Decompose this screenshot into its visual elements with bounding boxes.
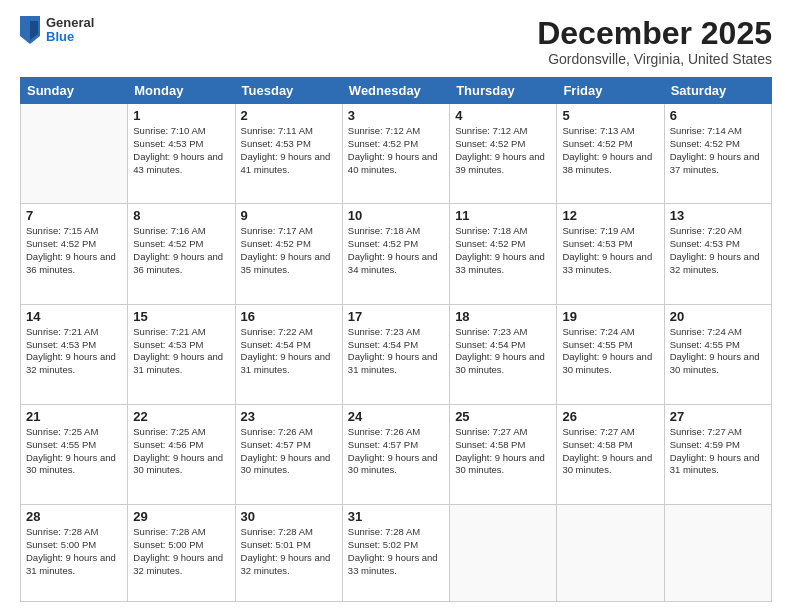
calendar-cell [450, 505, 557, 602]
day-number: 14 [26, 309, 122, 324]
calendar-week-row: 1Sunrise: 7:10 AMSunset: 4:53 PMDaylight… [21, 104, 772, 204]
calendar-cell: 9Sunrise: 7:17 AMSunset: 4:52 PMDaylight… [235, 204, 342, 304]
cell-info: Sunrise: 7:21 AMSunset: 4:53 PMDaylight:… [26, 326, 122, 377]
day-number: 9 [241, 208, 337, 223]
day-number: 26 [562, 409, 658, 424]
calendar-cell: 14Sunrise: 7:21 AMSunset: 4:53 PMDayligh… [21, 304, 128, 404]
cell-info: Sunrise: 7:17 AMSunset: 4:52 PMDaylight:… [241, 225, 337, 276]
calendar-cell: 18Sunrise: 7:23 AMSunset: 4:54 PMDayligh… [450, 304, 557, 404]
cell-info: Sunrise: 7:11 AMSunset: 4:53 PMDaylight:… [241, 125, 337, 176]
calendar-cell: 13Sunrise: 7:20 AMSunset: 4:53 PMDayligh… [664, 204, 771, 304]
calendar-cell: 5Sunrise: 7:13 AMSunset: 4:52 PMDaylight… [557, 104, 664, 204]
header-wednesday: Wednesday [342, 78, 449, 104]
cell-info: Sunrise: 7:24 AMSunset: 4:55 PMDaylight:… [562, 326, 658, 377]
day-number: 13 [670, 208, 766, 223]
day-number: 20 [670, 309, 766, 324]
day-number: 30 [241, 509, 337, 524]
calendar-week-row: 7Sunrise: 7:15 AMSunset: 4:52 PMDaylight… [21, 204, 772, 304]
day-number: 8 [133, 208, 229, 223]
header-monday: Monday [128, 78, 235, 104]
day-number: 10 [348, 208, 444, 223]
cell-info: Sunrise: 7:27 AMSunset: 4:59 PMDaylight:… [670, 426, 766, 477]
calendar-cell: 11Sunrise: 7:18 AMSunset: 4:52 PMDayligh… [450, 204, 557, 304]
day-number: 2 [241, 108, 337, 123]
calendar-cell: 31Sunrise: 7:28 AMSunset: 5:02 PMDayligh… [342, 505, 449, 602]
cell-info: Sunrise: 7:27 AMSunset: 4:58 PMDaylight:… [562, 426, 658, 477]
cell-info: Sunrise: 7:26 AMSunset: 4:57 PMDaylight:… [241, 426, 337, 477]
cell-info: Sunrise: 7:27 AMSunset: 4:58 PMDaylight:… [455, 426, 551, 477]
calendar-cell: 28Sunrise: 7:28 AMSunset: 5:00 PMDayligh… [21, 505, 128, 602]
day-number: 19 [562, 309, 658, 324]
calendar-cell: 8Sunrise: 7:16 AMSunset: 4:52 PMDaylight… [128, 204, 235, 304]
month-title: December 2025 [537, 16, 772, 51]
calendar-cell: 29Sunrise: 7:28 AMSunset: 5:00 PMDayligh… [128, 505, 235, 602]
header-friday: Friday [557, 78, 664, 104]
calendar-cell: 15Sunrise: 7:21 AMSunset: 4:53 PMDayligh… [128, 304, 235, 404]
cell-info: Sunrise: 7:14 AMSunset: 4:52 PMDaylight:… [670, 125, 766, 176]
cell-info: Sunrise: 7:28 AMSunset: 5:00 PMDaylight:… [133, 526, 229, 577]
calendar-cell [21, 104, 128, 204]
cell-info: Sunrise: 7:26 AMSunset: 4:57 PMDaylight:… [348, 426, 444, 477]
cell-info: Sunrise: 7:18 AMSunset: 4:52 PMDaylight:… [348, 225, 444, 276]
calendar-cell: 12Sunrise: 7:19 AMSunset: 4:53 PMDayligh… [557, 204, 664, 304]
day-number: 24 [348, 409, 444, 424]
cell-info: Sunrise: 7:25 AMSunset: 4:55 PMDaylight:… [26, 426, 122, 477]
logo: General Blue [20, 16, 94, 45]
day-number: 29 [133, 509, 229, 524]
day-number: 27 [670, 409, 766, 424]
calendar-cell: 21Sunrise: 7:25 AMSunset: 4:55 PMDayligh… [21, 404, 128, 504]
cell-info: Sunrise: 7:10 AMSunset: 4:53 PMDaylight:… [133, 125, 229, 176]
calendar-cell: 1Sunrise: 7:10 AMSunset: 4:53 PMDaylight… [128, 104, 235, 204]
cell-info: Sunrise: 7:16 AMSunset: 4:52 PMDaylight:… [133, 225, 229, 276]
calendar-cell: 6Sunrise: 7:14 AMSunset: 4:52 PMDaylight… [664, 104, 771, 204]
calendar-cell: 2Sunrise: 7:11 AMSunset: 4:53 PMDaylight… [235, 104, 342, 204]
day-number: 15 [133, 309, 229, 324]
day-number: 12 [562, 208, 658, 223]
calendar-cell [664, 505, 771, 602]
cell-info: Sunrise: 7:23 AMSunset: 4:54 PMDaylight:… [455, 326, 551, 377]
cell-info: Sunrise: 7:28 AMSunset: 5:00 PMDaylight:… [26, 526, 122, 577]
logo-icon [20, 16, 40, 44]
cell-info: Sunrise: 7:22 AMSunset: 4:54 PMDaylight:… [241, 326, 337, 377]
day-number: 22 [133, 409, 229, 424]
day-number: 6 [670, 108, 766, 123]
header-saturday: Saturday [664, 78, 771, 104]
cell-info: Sunrise: 7:13 AMSunset: 4:52 PMDaylight:… [562, 125, 658, 176]
cell-info: Sunrise: 7:24 AMSunset: 4:55 PMDaylight:… [670, 326, 766, 377]
header-thursday: Thursday [450, 78, 557, 104]
calendar-table: Sunday Monday Tuesday Wednesday Thursday… [20, 77, 772, 602]
calendar-cell [557, 505, 664, 602]
cell-info: Sunrise: 7:21 AMSunset: 4:53 PMDaylight:… [133, 326, 229, 377]
calendar-cell: 17Sunrise: 7:23 AMSunset: 4:54 PMDayligh… [342, 304, 449, 404]
day-number: 25 [455, 409, 551, 424]
calendar-cell: 25Sunrise: 7:27 AMSunset: 4:58 PMDayligh… [450, 404, 557, 504]
day-number: 7 [26, 208, 122, 223]
calendar-week-row: 21Sunrise: 7:25 AMSunset: 4:55 PMDayligh… [21, 404, 772, 504]
calendar-week-row: 28Sunrise: 7:28 AMSunset: 5:00 PMDayligh… [21, 505, 772, 602]
logo-general-text: General [46, 16, 94, 30]
page: General Blue December 2025 Gordonsville,… [0, 0, 792, 612]
day-number: 5 [562, 108, 658, 123]
cell-info: Sunrise: 7:18 AMSunset: 4:52 PMDaylight:… [455, 225, 551, 276]
calendar-cell: 16Sunrise: 7:22 AMSunset: 4:54 PMDayligh… [235, 304, 342, 404]
calendar-header-row: Sunday Monday Tuesday Wednesday Thursday… [21, 78, 772, 104]
location: Gordonsville, Virginia, United States [537, 51, 772, 67]
header: General Blue December 2025 Gordonsville,… [20, 16, 772, 67]
cell-info: Sunrise: 7:12 AMSunset: 4:52 PMDaylight:… [455, 125, 551, 176]
logo-blue-text: Blue [46, 30, 94, 44]
cell-info: Sunrise: 7:25 AMSunset: 4:56 PMDaylight:… [133, 426, 229, 477]
logo-text: General Blue [46, 16, 94, 45]
day-number: 17 [348, 309, 444, 324]
header-sunday: Sunday [21, 78, 128, 104]
calendar-cell: 20Sunrise: 7:24 AMSunset: 4:55 PMDayligh… [664, 304, 771, 404]
calendar-cell: 27Sunrise: 7:27 AMSunset: 4:59 PMDayligh… [664, 404, 771, 504]
day-number: 16 [241, 309, 337, 324]
cell-info: Sunrise: 7:23 AMSunset: 4:54 PMDaylight:… [348, 326, 444, 377]
cell-info: Sunrise: 7:15 AMSunset: 4:52 PMDaylight:… [26, 225, 122, 276]
calendar-cell: 4Sunrise: 7:12 AMSunset: 4:52 PMDaylight… [450, 104, 557, 204]
calendar-cell: 3Sunrise: 7:12 AMSunset: 4:52 PMDaylight… [342, 104, 449, 204]
calendar-cell: 10Sunrise: 7:18 AMSunset: 4:52 PMDayligh… [342, 204, 449, 304]
day-number: 3 [348, 108, 444, 123]
calendar-cell: 30Sunrise: 7:28 AMSunset: 5:01 PMDayligh… [235, 505, 342, 602]
day-number: 11 [455, 208, 551, 223]
